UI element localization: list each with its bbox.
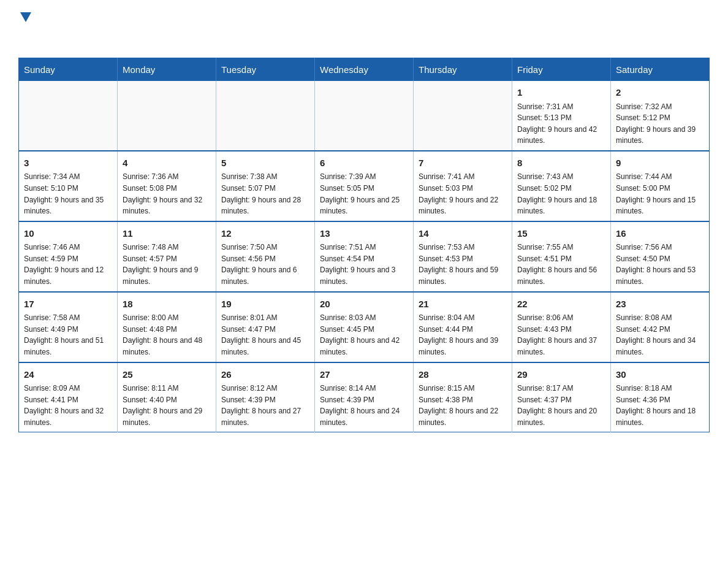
column-header-wednesday: Wednesday	[315, 58, 414, 82]
day-info: Sunrise: 8:15 AMSunset: 4:38 PMDaylight:…	[419, 383, 507, 428]
calendar-cell: 21Sunrise: 8:04 AMSunset: 4:44 PMDayligh…	[414, 292, 512, 362]
column-header-saturday: Saturday	[611, 58, 710, 82]
calendar-week-row: 1Sunrise: 7:31 AMSunset: 5:13 PMDaylight…	[19, 81, 710, 151]
calendar-cell: 4Sunrise: 7:36 AMSunset: 5:08 PMDaylight…	[118, 151, 216, 221]
column-header-sunday: Sunday	[19, 58, 118, 82]
column-header-monday: Monday	[118, 58, 216, 82]
day-number: 25	[123, 368, 211, 382]
day-info: Sunrise: 7:39 AMSunset: 5:05 PMDaylight:…	[320, 171, 408, 216]
calendar-cell: 2Sunrise: 7:32 AMSunset: 5:12 PMDaylight…	[611, 81, 710, 151]
day-number: 3	[24, 156, 112, 170]
day-number: 27	[320, 368, 408, 382]
day-info: Sunrise: 7:58 AMSunset: 4:49 PMDaylight:…	[24, 312, 112, 358]
day-info: Sunrise: 7:43 AMSunset: 5:02 PMDaylight:…	[517, 171, 605, 216]
calendar-week-row: 17Sunrise: 7:58 AMSunset: 4:49 PMDayligh…	[19, 292, 710, 362]
day-number: 7	[419, 156, 507, 170]
day-info: Sunrise: 7:55 AMSunset: 4:51 PMDaylight:…	[517, 242, 605, 287]
day-info: Sunrise: 8:01 AMSunset: 4:47 PMDaylight:…	[221, 312, 309, 358]
day-number: 22	[517, 297, 605, 312]
day-number: 30	[616, 368, 704, 382]
day-number: 17	[24, 297, 112, 312]
calendar-cell: 6Sunrise: 7:39 AMSunset: 5:05 PMDaylight…	[315, 151, 414, 221]
calendar-cell: 26Sunrise: 8:12 AMSunset: 4:39 PMDayligh…	[216, 362, 315, 432]
day-info: Sunrise: 7:44 AMSunset: 5:00 PMDaylight:…	[616, 171, 704, 216]
day-number: 19	[221, 297, 309, 312]
day-info: Sunrise: 7:36 AMSunset: 5:08 PMDaylight:…	[123, 171, 211, 216]
calendar-header-row: SundayMondayTuesdayWednesdayThursdayFrid…	[19, 58, 710, 82]
calendar-cell: 22Sunrise: 8:06 AMSunset: 4:43 PMDayligh…	[512, 292, 611, 362]
day-info: Sunrise: 7:53 AMSunset: 4:53 PMDaylight:…	[419, 242, 507, 287]
calendar-cell	[118, 81, 216, 151]
calendar-cell: 20Sunrise: 8:03 AMSunset: 4:45 PMDayligh…	[315, 292, 414, 362]
day-number: 28	[419, 368, 507, 382]
day-number: 16	[616, 227, 704, 241]
logo-triangle-icon	[20, 12, 31, 25]
day-number: 14	[419, 227, 507, 241]
calendar-cell: 27Sunrise: 8:14 AMSunset: 4:39 PMDayligh…	[315, 362, 414, 432]
calendar-cell	[414, 81, 512, 151]
calendar-cell: 14Sunrise: 7:53 AMSunset: 4:53 PMDayligh…	[414, 221, 512, 292]
calendar-cell	[216, 81, 315, 151]
day-info: Sunrise: 7:32 AMSunset: 5:12 PMDaylight:…	[616, 101, 704, 147]
calendar-cell: 1Sunrise: 7:31 AMSunset: 5:13 PMDaylight…	[512, 81, 611, 151]
day-number: 6	[320, 156, 408, 170]
logo	[18, 12, 31, 45]
day-number: 29	[517, 368, 605, 382]
calendar-cell	[19, 81, 118, 151]
calendar-week-row: 10Sunrise: 7:46 AMSunset: 4:59 PMDayligh…	[19, 221, 710, 292]
calendar-cell: 18Sunrise: 8:00 AMSunset: 4:48 PMDayligh…	[118, 292, 216, 362]
calendar-cell: 25Sunrise: 8:11 AMSunset: 4:40 PMDayligh…	[118, 362, 216, 432]
day-info: Sunrise: 8:11 AMSunset: 4:40 PMDaylight:…	[123, 383, 211, 428]
calendar-cell: 5Sunrise: 7:38 AMSunset: 5:07 PMDaylight…	[216, 151, 315, 221]
day-info: Sunrise: 7:56 AMSunset: 4:50 PMDaylight:…	[616, 242, 704, 287]
column-header-friday: Friday	[512, 58, 611, 82]
calendar-cell: 16Sunrise: 7:56 AMSunset: 4:50 PMDayligh…	[611, 221, 710, 292]
calendar-cell: 23Sunrise: 8:08 AMSunset: 4:42 PMDayligh…	[611, 292, 710, 362]
calendar-cell: 15Sunrise: 7:55 AMSunset: 4:51 PMDayligh…	[512, 221, 611, 292]
page-header	[18, 12, 710, 45]
calendar-cell: 30Sunrise: 8:18 AMSunset: 4:36 PMDayligh…	[611, 362, 710, 432]
column-header-tuesday: Tuesday	[216, 58, 315, 82]
day-number: 11	[123, 227, 211, 241]
day-number: 9	[616, 156, 704, 170]
day-number: 8	[517, 156, 605, 170]
day-info: Sunrise: 7:31 AMSunset: 5:13 PMDaylight:…	[517, 101, 605, 147]
calendar-cell: 28Sunrise: 8:15 AMSunset: 4:38 PMDayligh…	[414, 362, 512, 432]
day-info: Sunrise: 7:48 AMSunset: 4:57 PMDaylight:…	[123, 242, 211, 287]
day-number: 15	[517, 227, 605, 241]
day-info: Sunrise: 8:00 AMSunset: 4:48 PMDaylight:…	[123, 312, 211, 358]
calendar-cell: 13Sunrise: 7:51 AMSunset: 4:54 PMDayligh…	[315, 221, 414, 292]
calendar-cell: 19Sunrise: 8:01 AMSunset: 4:47 PMDayligh…	[216, 292, 315, 362]
calendar-cell: 11Sunrise: 7:48 AMSunset: 4:57 PMDayligh…	[118, 221, 216, 292]
day-number: 10	[24, 227, 112, 241]
day-number: 5	[221, 156, 309, 170]
day-number: 26	[221, 368, 309, 382]
day-info: Sunrise: 8:04 AMSunset: 4:44 PMDaylight:…	[419, 312, 507, 358]
calendar-cell: 29Sunrise: 8:17 AMSunset: 4:37 PMDayligh…	[512, 362, 611, 432]
calendar-cell: 9Sunrise: 7:44 AMSunset: 5:00 PMDaylight…	[611, 151, 710, 221]
day-number: 12	[221, 227, 309, 241]
day-info: Sunrise: 8:03 AMSunset: 4:45 PMDaylight:…	[320, 312, 408, 358]
calendar-cell: 3Sunrise: 7:34 AMSunset: 5:10 PMDaylight…	[19, 151, 118, 221]
day-number: 4	[123, 156, 211, 170]
day-info: Sunrise: 8:14 AMSunset: 4:39 PMDaylight:…	[320, 383, 408, 428]
day-info: Sunrise: 7:51 AMSunset: 4:54 PMDaylight:…	[320, 242, 408, 287]
day-info: Sunrise: 7:46 AMSunset: 4:59 PMDaylight:…	[24, 242, 112, 287]
calendar-cell: 8Sunrise: 7:43 AMSunset: 5:02 PMDaylight…	[512, 151, 611, 221]
day-info: Sunrise: 8:08 AMSunset: 4:42 PMDaylight:…	[616, 312, 704, 358]
day-info: Sunrise: 7:38 AMSunset: 5:07 PMDaylight:…	[221, 171, 309, 216]
day-info: Sunrise: 7:41 AMSunset: 5:03 PMDaylight:…	[419, 171, 507, 216]
calendar-cell: 12Sunrise: 7:50 AMSunset: 4:56 PMDayligh…	[216, 221, 315, 292]
day-info: Sunrise: 7:50 AMSunset: 4:56 PMDaylight:…	[221, 242, 309, 287]
calendar-cell: 17Sunrise: 7:58 AMSunset: 4:49 PMDayligh…	[19, 292, 118, 362]
column-header-thursday: Thursday	[414, 58, 512, 82]
calendar-cell: 10Sunrise: 7:46 AMSunset: 4:59 PMDayligh…	[19, 221, 118, 292]
day-number: 18	[123, 297, 211, 312]
day-number: 1	[517, 86, 605, 100]
day-info: Sunrise: 8:17 AMSunset: 4:37 PMDaylight:…	[517, 383, 605, 428]
day-info: Sunrise: 8:12 AMSunset: 4:39 PMDaylight:…	[221, 383, 309, 428]
calendar-week-row: 24Sunrise: 8:09 AMSunset: 4:41 PMDayligh…	[19, 362, 710, 432]
calendar-week-row: 3Sunrise: 7:34 AMSunset: 5:10 PMDaylight…	[19, 151, 710, 221]
day-number: 21	[419, 297, 507, 312]
day-info: Sunrise: 8:18 AMSunset: 4:36 PMDaylight:…	[616, 383, 704, 428]
